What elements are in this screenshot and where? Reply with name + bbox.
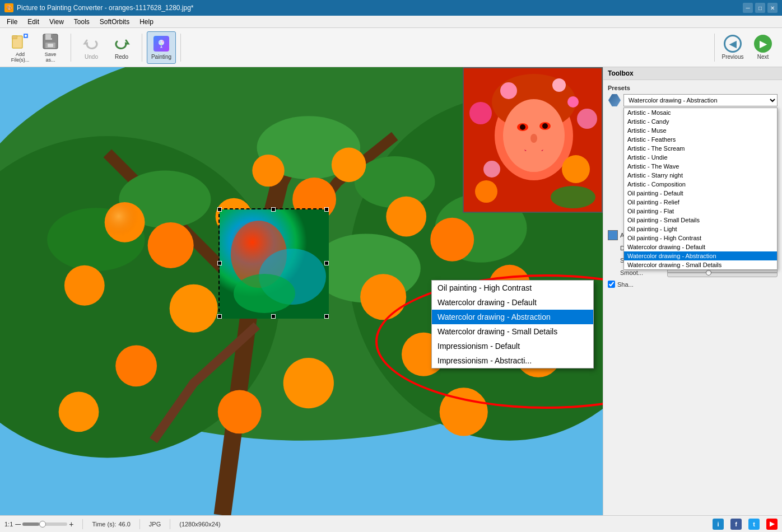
zoom-plus-icon[interactable]: + xyxy=(69,520,73,529)
svg-point-35 xyxy=(430,218,474,262)
svg-point-44 xyxy=(218,390,262,433)
menu-softorbits[interactable]: SoftOrbits xyxy=(95,17,134,27)
format-section: JPG xyxy=(149,521,161,528)
svg-point-42 xyxy=(115,345,157,386)
svg-point-36 xyxy=(64,265,105,306)
abstract-color-swatch xyxy=(608,230,618,240)
dd-item-undie[interactable]: Artistic - Undie xyxy=(624,153,777,162)
dd-item-scream[interactable]: Artistic - The Scream xyxy=(624,144,777,153)
svg-point-29 xyxy=(148,222,194,268)
svg-point-51 xyxy=(552,78,566,92)
big-dropdown-item-5[interactable]: Impressionism - Abstracti... xyxy=(432,353,593,368)
main-area: Oil painting - High Contrast Watercolor … xyxy=(0,67,782,515)
undo-button[interactable]: Undo xyxy=(77,31,106,64)
title-bar-left: 🎨 Picture to Painting Converter - orange… xyxy=(4,3,194,12)
youtube-icon[interactable]: ▶ xyxy=(766,519,778,530)
menu-help[interactable]: Help xyxy=(135,17,158,27)
dd-item-feathers[interactable]: Artistic - Feathers xyxy=(624,135,777,144)
big-dropdown-popup: Oil painting - High Contrast Watercolor … xyxy=(431,280,594,368)
dd-item-wc-small[interactable]: Watercolor drawing - Small Details xyxy=(624,260,777,269)
dd-item-oil-hc[interactable]: Oil painting - High Contrast xyxy=(624,234,777,242)
info-icon[interactable]: i xyxy=(713,519,724,530)
add-files-icon xyxy=(11,32,29,50)
time-label: Time (s): xyxy=(92,521,116,528)
dd-item-wc-default[interactable]: Watercolor drawing - Default xyxy=(624,242,777,251)
big-dropdown-item-0[interactable]: Oil painting - High Contrast xyxy=(432,281,593,295)
big-dropdown-item-1[interactable]: Watercolor drawing - Default xyxy=(432,295,593,310)
dd-item-oil-small[interactable]: Oil painting - Small Details xyxy=(624,216,777,225)
svg-point-56 xyxy=(520,124,525,130)
dd-item-starry[interactable]: Artistic - Starry night xyxy=(624,171,777,180)
svg-point-41 xyxy=(283,358,334,408)
dd-item-wc-abstraction[interactable]: Watercolor drawing - Abstraction xyxy=(624,251,777,260)
dd-item-oil-relief[interactable]: Oil painting - Relief xyxy=(624,198,777,207)
undo-label: Undo xyxy=(85,54,98,60)
svg-point-57 xyxy=(542,123,548,129)
dd-item-oil-light[interactable]: Oil painting - Light xyxy=(624,225,777,234)
zoom-track: ─ + xyxy=(15,520,73,529)
dd-item-candy[interactable]: Artistic - Candy xyxy=(624,117,777,126)
toolbox-panel: Toolbox Presets Artistic - Mosaic Artist… xyxy=(603,67,782,515)
facebook-icon[interactable]: f xyxy=(730,519,742,530)
next-icon: ▶ xyxy=(754,35,772,53)
menu-view[interactable]: View xyxy=(45,17,68,27)
svg-point-45 xyxy=(59,391,99,432)
dd-item-mosaic[interactable]: Artistic - Mosaic xyxy=(624,108,777,117)
save-as-label: Saveas... xyxy=(45,52,57,63)
zoom-slider[interactable] xyxy=(22,522,67,526)
redo-button[interactable]: Redo xyxy=(107,31,136,64)
canvas-area[interactable]: Oil painting - High Contrast Watercolor … xyxy=(0,67,603,515)
add-files-button[interactable]: AddFile(s)... xyxy=(6,31,35,64)
svg-point-37 xyxy=(170,284,218,333)
zoom-minus-icon[interactable]: ─ xyxy=(15,520,21,529)
previous-button[interactable]: ◀ Previous xyxy=(718,31,747,64)
toolbox-title: Toolbox xyxy=(608,69,634,77)
close-button[interactable]: ✕ xyxy=(767,3,778,13)
menu-tools[interactable]: Tools xyxy=(69,17,94,27)
minimize-button[interactable]: ─ xyxy=(743,3,753,13)
dd-item-oil-flat[interactable]: Oil painting - Flat xyxy=(624,207,777,216)
svg-point-50 xyxy=(500,82,517,99)
status-bar: 1:1 ─ + Time (s): 46.0 JPG (1280x960x24)… xyxy=(0,515,782,532)
svg-point-46 xyxy=(440,388,488,436)
save-as-button[interactable]: Saveas... xyxy=(36,31,65,64)
dimensions-section: (1280x960x24) xyxy=(179,521,220,528)
next-button[interactable]: ▶ Next xyxy=(748,31,778,64)
maximize-button[interactable]: □ xyxy=(755,3,765,13)
big-dropdown-item-2[interactable]: Watercolor drawing - Abstraction xyxy=(432,310,593,324)
dd-item-wave[interactable]: Artistic - The Wave xyxy=(624,162,777,171)
svg-point-64 xyxy=(475,180,497,203)
toolbar: AddFile(s)... Saveas... xyxy=(0,28,782,67)
redo-label: Redo xyxy=(115,54,128,60)
status-sep-2 xyxy=(139,519,140,529)
presets-row: Artistic - Mosaic Artistic - Candy Artis… xyxy=(608,94,778,107)
share-label: Sha... xyxy=(617,281,634,288)
svg-rect-8 xyxy=(51,34,53,38)
smooth-label: Smoot... xyxy=(620,269,665,276)
time-section: Time (s): 46.0 xyxy=(92,521,130,528)
toolbox-header: Toolbox xyxy=(603,67,782,80)
dd-item-composition[interactable]: Artistic - Composition xyxy=(624,180,777,189)
menu-bar: File Edit View Tools SoftOrbits Help xyxy=(0,16,782,28)
zoom-slider-fill xyxy=(22,522,39,526)
presets-select[interactable]: Artistic - Mosaic Artistic - Candy Artis… xyxy=(623,94,778,106)
next-label: Next xyxy=(757,54,769,60)
twitter-icon[interactable]: t xyxy=(748,519,760,530)
status-bar-right: i f t ▶ xyxy=(713,519,778,530)
toolbar-sep-1 xyxy=(71,34,71,62)
window-controls[interactable]: ─ □ ✕ xyxy=(743,3,778,13)
menu-edit[interactable]: Edit xyxy=(23,17,44,27)
dd-item-muse[interactable]: Artistic - Muse xyxy=(624,126,777,135)
toolbox-content: Presets Artistic - Mosaic Artistic - Can… xyxy=(603,80,782,515)
dd-item-oil-default[interactable]: Oil painting - Default xyxy=(624,189,777,198)
big-dropdown-item-4[interactable]: Impressionism - Default xyxy=(432,339,593,353)
share-checkbox[interactable] xyxy=(608,281,615,288)
svg-point-15 xyxy=(162,41,164,43)
menu-file[interactable]: File xyxy=(2,17,22,27)
svg-point-52 xyxy=(567,96,579,108)
big-dropdown-item-3[interactable]: Watercolor drawing - Small Details xyxy=(432,324,593,339)
save-icon xyxy=(41,32,59,50)
painting-button[interactable]: Painting xyxy=(147,31,176,64)
add-files-label: AddFile(s)... xyxy=(11,52,30,63)
svg-point-38 xyxy=(360,274,406,320)
